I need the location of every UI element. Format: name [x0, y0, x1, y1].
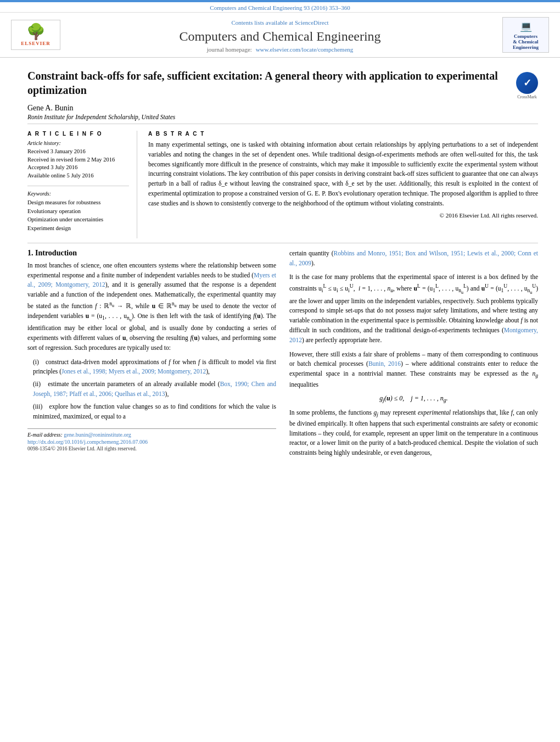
intro-list: (i) construct data-driven model approxim…	[27, 358, 276, 422]
footnote-email: E-mail address: gene.bunin@ronininstitut…	[27, 431, 276, 439]
contents-link: Contents lists available at ScienceDirec…	[71, 17, 489, 27]
abstract-copyright: © 2016 Elsevier Ltd. All rights reserved…	[148, 212, 538, 219]
section1-heading: 1. Introduction	[27, 249, 276, 258]
article-title: Constraint back-offs for safe, sufficien…	[27, 69, 516, 97]
article-info-abstract: A R T I C L E I N F O Article history: R…	[27, 124, 538, 243]
body-right-para4: In some problems, the functions gj may r…	[289, 408, 538, 458]
article-title-row: Constraint back-offs for safe, sufficien…	[27, 69, 538, 99]
ref-robbins[interactable]: Robbins and Monro, 1951; Box and Wilson,…	[289, 250, 538, 266]
ref-bunin2016[interactable]: Bunin, 2016	[368, 360, 401, 367]
journal-logo-box: 💻 Computers& ChemicalEngineering	[502, 17, 549, 53]
crossmark-container: ✓ CrossMark	[516, 69, 538, 99]
journal-homepage: journal homepage: www.elsevier.com/locat…	[71, 46, 489, 53]
issn-text: 0098-1354/© 2016 Elsevier Ltd. All right…	[27, 446, 276, 451]
online-date: Available online 5 July 2016	[27, 172, 129, 180]
article-info-label: A R T I C L E I N F O	[27, 131, 129, 137]
body-right-para2: It is the case for many problems that th…	[289, 272, 538, 345]
doi-link[interactable]: http://dx.doi.org/10.1016/j.compchemeng.…	[27, 439, 276, 445]
crossmark-badge: ✓	[516, 72, 538, 94]
journal-header: 🌳 ELSEVIER Contents lists available at S…	[0, 12, 560, 58]
revised-date: Received in revised form 2 May 2016	[27, 156, 129, 164]
keywords-group: Keywords: Design measures for robustness…	[27, 191, 129, 233]
body-right-para3: However, there still exists a fair share…	[289, 350, 538, 390]
article-info-col: A R T I C L E I N F O Article history: R…	[27, 131, 137, 238]
email-label: E-mail address:	[27, 432, 63, 438]
received-date: Received 3 January 2016	[27, 148, 129, 156]
journal-title: Computers and Chemical Engineering	[71, 29, 489, 44]
two-col-body: 1. Introduction In most branches of scie…	[27, 249, 538, 462]
body-section: 1. Introduction In most branches of scie…	[27, 243, 538, 468]
keywords-list: Design measures for robustness Evolution…	[27, 198, 129, 233]
body-left-col: 1. Introduction In most branches of scie…	[27, 249, 276, 462]
ref-jones[interactable]: Jones et al., 1998; Myers et al., 2009; …	[61, 368, 206, 375]
body-right-para1: certain quantity (Robbins and Monro, 195…	[289, 249, 538, 269]
crossmark-label: CrossMark	[517, 94, 537, 99]
homepage-label: journal homepage:	[207, 46, 252, 53]
list-item-1: (i) construct data-driven model approxim…	[33, 358, 276, 377]
keyword-1: Design measures for robustness	[27, 198, 129, 207]
journal-header-center: Contents lists available at ScienceDirec…	[71, 17, 489, 53]
journal-citation: Computers and Chemical Engineering 93 (2…	[0, 2, 560, 12]
info-divider	[27, 186, 129, 186]
abstract-col: A B S T R A C T In many experimental set…	[148, 131, 538, 238]
math-display: gj(u) ≤ 0, j = 1, . . . , ng.	[289, 394, 538, 403]
article-author: Gene A. Bunin	[27, 104, 538, 113]
abstract-label: A B S T R A C T	[148, 131, 538, 137]
journal-logo-title: Computers& ChemicalEngineering	[513, 34, 539, 50]
elsevier-wordmark: ELSEVIER	[21, 41, 51, 46]
list-item-2: (ii) estimate the uncertain parameters o…	[33, 380, 276, 399]
article-history-title: Article history:	[27, 140, 129, 146]
sciencedirect-link[interactable]: ScienceDirect	[295, 19, 329, 26]
ref-montgomery2[interactable]: Montgomery, 2012	[289, 327, 538, 343]
keyword-2: Evolutionary operation	[27, 207, 129, 216]
page: Computers and Chemical Engineering 93 (2…	[0, 0, 560, 742]
journal-citation-text: Computers and Chemical Engineering 93 (2…	[210, 4, 350, 11]
elsevier-logo-container: 🌳 ELSEVIER	[11, 20, 71, 50]
article-history: Article history: Received 3 January 2016…	[27, 140, 129, 180]
email-link[interactable]: gene.bunin@ronininstitute.org	[64, 432, 131, 438]
homepage-url[interactable]: www.elsevier.com/locate/compchemeng	[256, 46, 354, 53]
journal-logo-box-container: 💻 Computers& ChemicalEngineering	[489, 17, 549, 53]
crossmark-icon: ✓	[523, 77, 531, 89]
body-right-col: certain quantity (Robbins and Monro, 195…	[289, 249, 538, 462]
elsevier-tree-icon: 🌳	[26, 24, 46, 40]
keyword-4: Experiment design	[27, 224, 129, 233]
journal-logo-icon: 💻	[520, 20, 532, 32]
ref-myers[interactable]: Myers et al., 2009; Montgomery, 2012	[27, 272, 276, 288]
keyword-3: Optimization under uncertainties	[27, 215, 129, 224]
footnote-section: E-mail address: gene.bunin@ronininstitut…	[27, 428, 276, 451]
body-para1: In most branches of science, one often e…	[27, 261, 276, 353]
article-section: Constraint back-offs for safe, sufficien…	[27, 63, 538, 124]
accepted-date: Accepted 3 July 2016	[27, 164, 129, 172]
elsevier-logo: 🌳 ELSEVIER	[11, 20, 60, 50]
contents-text: Contents lists available at	[231, 19, 293, 26]
main-content: Constraint back-offs for safe, sufficien…	[0, 58, 560, 473]
article-affiliation: Ronin Institute for Independent Scholars…	[27, 114, 538, 120]
abstract-text: In many experimental settings, one is ta…	[148, 140, 538, 209]
keywords-label: Keywords:	[27, 191, 129, 197]
ref-box1990[interactable]: Box, 1990; Chen and Joseph, 1987; Pfaff …	[33, 381, 276, 397]
list-item-3: (iii) explore how the function value cha…	[33, 402, 276, 422]
